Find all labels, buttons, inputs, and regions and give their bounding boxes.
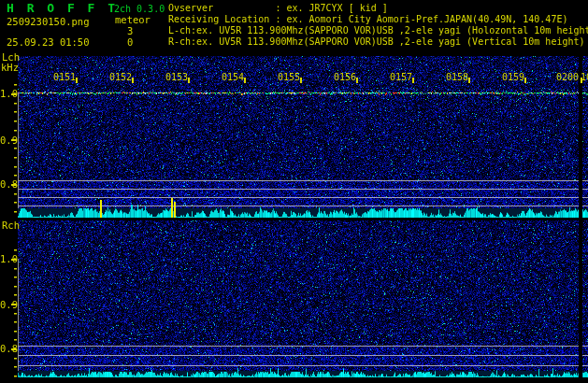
time-tick-0200: 0200 (556, 72, 579, 82)
rch-freq-tick-1.0: 1.0 (0, 253, 18, 264)
lch-freq-tick-0.8: 0.8 (0, 178, 18, 190)
rch-receiver-line: R-ch:ex. UV5R 113.900Mhz(SAPPORO VOR)USB… (168, 36, 585, 47)
time-tick-0152: 0152 (109, 72, 132, 82)
time-tick-0154: 0154 (222, 72, 244, 82)
rch-channel-label: Rch (2, 220, 20, 231)
time-tick-0159: 0159 (502, 72, 524, 82)
mode-label: meteor (115, 15, 151, 25)
lch-unit-label: kHz (1, 63, 19, 73)
spectrogram-canvas (0, 0, 588, 383)
rch-echo-count: 0 (127, 37, 133, 48)
time-tick-0158: 0158 (446, 72, 468, 82)
location-line: Receiving Location : ex. Aomori City Aom… (168, 14, 567, 24)
lch-receiver-line: L-ch:ex. UV5R 113.900Mhz(SAPPORO VOR)USB… (168, 25, 588, 35)
time-tick-0153: 0153 (165, 72, 188, 82)
lch-freq-tick-0.9: 0.9 (0, 135, 18, 146)
hrofft-screen: H R O F F T 2ch 0.3.0 2509230150.png met… (0, 0, 588, 383)
time-tick-0155: 0155 (278, 72, 300, 82)
time-tick-0157: 0157 (390, 72, 412, 82)
observer-line: Ovserver : ex. JR7CYX [ kid ] (168, 3, 388, 13)
time-tick-0156: 0156 (334, 72, 356, 82)
app-version: 2ch 0.3.0 (114, 4, 165, 14)
datetime-label: 25.09.23 01:50 (7, 37, 90, 48)
time-tick-0151: 0151 (53, 72, 76, 82)
lch-echo-count: 3 (127, 26, 133, 36)
rch-freq-tick-0.8: 0.8 (0, 343, 18, 354)
output-filename: 2509230150.png (7, 17, 90, 27)
app-title: H R O F F T (7, 3, 118, 13)
rch-freq-tick-0.9: 0.9 (0, 299, 18, 310)
lch-freq-tick-1.0: 1.0 (0, 88, 18, 99)
time-tick-overflow: 10 (581, 72, 588, 82)
